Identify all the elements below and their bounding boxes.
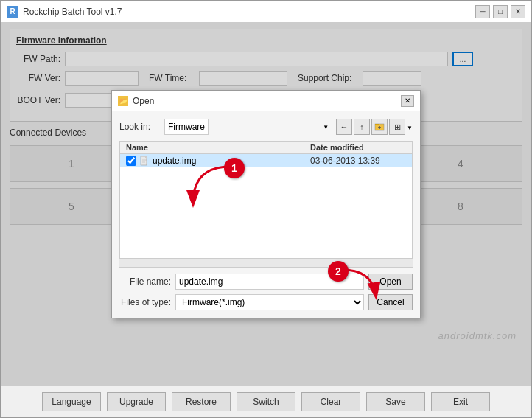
h-scroll[interactable] [119, 259, 413, 268]
file-name-cell: update.img [153, 156, 310, 166]
dialog-open-button[interactable]: Open [368, 274, 413, 290]
language-button[interactable]: Language [42, 392, 101, 411]
look-in-select[interactable]: Firmware [164, 119, 209, 135]
nav-up-button[interactable]: ↑ [354, 119, 370, 135]
clear-button[interactable]: Clear [301, 392, 360, 411]
title-bar: R Rockchip Batch Tool v1.7 ─ □ ✕ [1, 1, 531, 23]
dialog-body: Look in: Firmware ← ↑ [112, 111, 420, 318]
restore-button[interactable]: Restore [172, 392, 231, 411]
save-button[interactable]: Save [366, 392, 425, 411]
look-in-label: Look in: [119, 122, 160, 132]
file-name-row: File name: Open [119, 274, 413, 290]
files-type-select[interactable]: Firmware(*.img) [175, 294, 364, 310]
file-list-container: Name Date modified [119, 141, 413, 259]
dialog-title-bar: 📂 Open ✕ [112, 91, 420, 111]
dialog-overlay: 📂 Open ✕ Look in: Firmware [1, 23, 531, 386]
nav-back-button[interactable]: ← [336, 119, 352, 135]
svg-rect-5 [145, 156, 147, 158]
file-date-cell: 03-06-2013 13:39 [310, 156, 406, 166]
file-checkbox[interactable] [126, 156, 136, 166]
maximize-button[interactable]: □ [493, 5, 508, 18]
nav-buttons: ← ↑ ⊞ ▼ [336, 119, 413, 135]
file-list-header: Name Date modified [120, 142, 412, 154]
svg-rect-1 [375, 124, 379, 125]
col-date-header: Date modified [310, 143, 406, 152]
dialog-close-button[interactable]: ✕ [401, 95, 414, 107]
look-in-row: Look in: Firmware ← ↑ [119, 119, 413, 135]
files-type-row: Files of type: Firmware(*.img) Cancel [119, 294, 413, 310]
file-row[interactable]: update.img 03-06-2013 13:39 [120, 154, 412, 167]
file-name-field[interactable] [175, 274, 364, 290]
bottom-bar: Language Upgrade Restore Switch Clear Sa… [1, 386, 531, 417]
dialog-cancel-button[interactable]: Cancel [368, 294, 413, 310]
switch-button[interactable]: Switch [237, 392, 295, 411]
nav-view-chevron: ▼ [407, 123, 413, 131]
look-in-wrapper: Firmware [164, 119, 332, 135]
main-window: R Rockchip Batch Tool v1.7 ─ □ ✕ Firmwar… [0, 0, 532, 418]
upgrade-button[interactable]: Upgrade [107, 392, 166, 411]
nav-view-button[interactable]: ⊞ [389, 119, 405, 135]
window-controls: ─ □ ✕ [475, 5, 525, 18]
dialog-icon: 📂 [118, 96, 128, 106]
col-name-header: Name [126, 143, 310, 152]
main-content: Firmware Information FW Path: ... FW Ver… [1, 23, 531, 386]
file-icon [139, 156, 150, 166]
dialog-title: Open [133, 96, 401, 106]
app-icon: R [7, 6, 18, 18]
app-title: Rockchip Batch Tool v1.7 [23, 7, 475, 17]
minimize-button[interactable]: ─ [475, 5, 490, 18]
file-name-label: File name: [119, 276, 171, 287]
nav-new-folder-button[interactable] [371, 119, 388, 135]
file-list-scroll[interactable]: update.img 03-06-2013 13:39 [120, 154, 412, 253]
open-dialog: 📂 Open ✕ Look in: Firmware [111, 90, 421, 318]
exit-button[interactable]: Exit [431, 392, 490, 411]
files-type-label: Files of type: [119, 297, 171, 307]
close-button[interactable]: ✕ [511, 5, 525, 18]
